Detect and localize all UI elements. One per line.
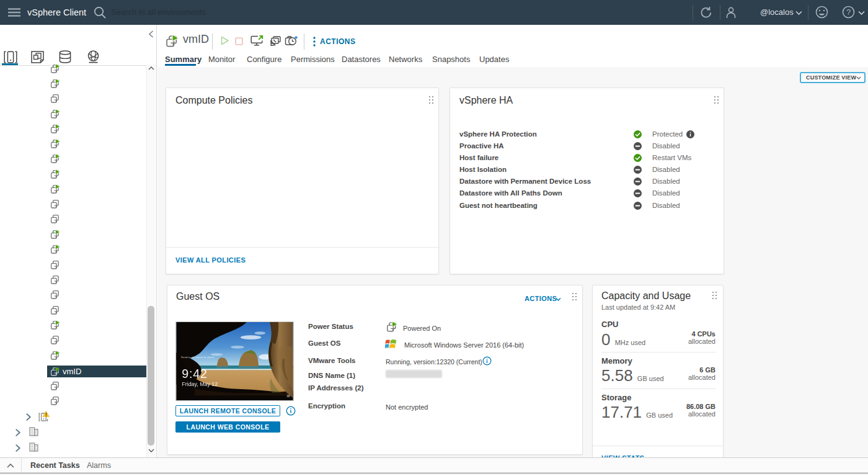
svg-text:Head to .ch chosen to unlock: Head to .ch chosen to unlock (181, 356, 215, 359)
svg-text:9:42: 9:42 (182, 367, 207, 380)
svg-text:?: ? (846, 7, 851, 17)
svg-text:Friday, May 12: Friday, May 12 (182, 381, 218, 387)
